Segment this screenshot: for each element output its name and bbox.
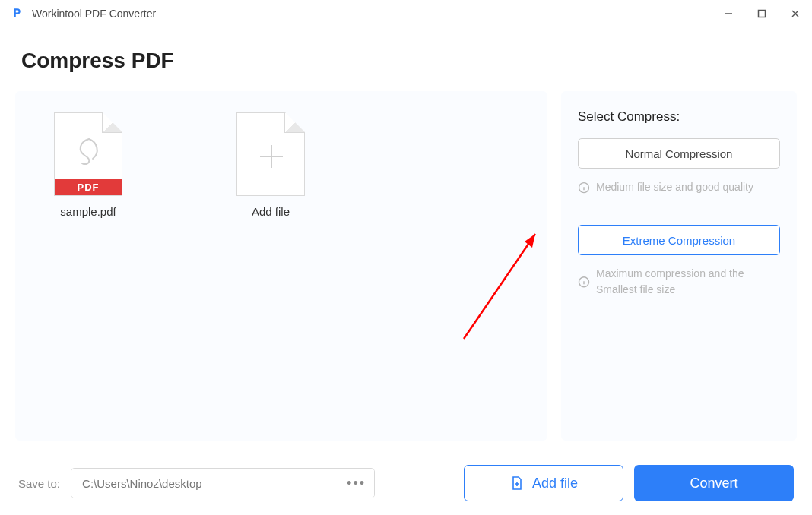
normal-compression-desc: Medium file size and good quality [578, 179, 780, 194]
add-file-button[interactable]: Add file [464, 465, 623, 501]
page-title: Compress PDF [0, 27, 812, 91]
browse-button[interactable]: ••• [338, 469, 374, 498]
app-logo-icon [11, 7, 24, 21]
add-file-button-label: Add file [532, 476, 578, 491]
normal-compression-button[interactable]: Normal Compression [578, 138, 780, 169]
blank-file-icon [236, 112, 305, 196]
bottom-bar: Save to: ••• Add file Convert [0, 451, 812, 515]
save-path-group: ••• [71, 468, 375, 498]
minimize-button[interactable] [712, 0, 745, 27]
info-icon [578, 267, 590, 297]
pdf-badge: PDF [55, 179, 122, 195]
close-button[interactable] [779, 0, 812, 27]
add-file-tile[interactable]: Add file [225, 112, 316, 218]
maximize-button[interactable] [745, 0, 779, 27]
ellipsis-icon: ••• [347, 476, 366, 491]
add-file-icon [509, 476, 525, 491]
convert-button[interactable]: Convert [634, 465, 794, 501]
pdf-file-icon: PDF [54, 112, 122, 196]
save-to-label: Save to: [18, 477, 60, 490]
options-heading: Select Compress: [578, 109, 780, 125]
normal-compression-label: Normal Compression [626, 147, 733, 160]
extreme-compression-button[interactable]: Extreme Compression [578, 225, 780, 255]
extreme-compression-label: Extreme Compression [623, 234, 735, 247]
main-area: PDF sample.pdf Add file Select Compress:… [0, 91, 812, 441]
file-drop-area[interactable]: PDF sample.pdf Add file [15, 91, 547, 441]
save-path-input[interactable] [71, 469, 338, 498]
window-title: Workintool PDF Converter [32, 8, 156, 20]
file-name-label: sample.pdf [43, 205, 134, 218]
add-file-tile-label: Add file [225, 205, 316, 218]
convert-button-label: Convert [690, 476, 737, 491]
compress-options-panel: Select Compress: Normal Compression Medi… [561, 91, 797, 441]
extreme-compression-desc: Maximum compression and the Smallest fil… [578, 266, 780, 297]
file-tile-sample[interactable]: PDF sample.pdf [43, 112, 134, 218]
titlebar: Workintool PDF Converter [0, 0, 812, 27]
svg-rect-1 [759, 11, 766, 17]
info-icon [578, 181, 590, 194]
